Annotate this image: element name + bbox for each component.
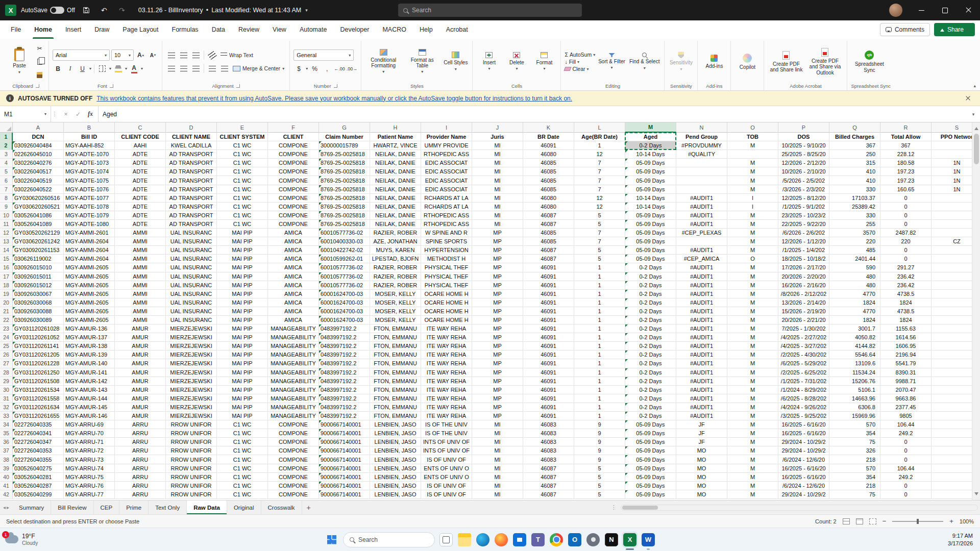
file-explorer-icon[interactable] <box>458 533 471 546</box>
cell-F29[interactable]: MANAGEABILITY <box>268 377 319 386</box>
cell-J36[interactable]: MI <box>472 438 523 446</box>
cell-F4[interactable]: COMPONE <box>268 159 319 167</box>
cell-I17[interactable]: PHYSICAL THEF <box>421 272 472 281</box>
cell-R29[interactable]: 9988.71 <box>880 377 932 386</box>
cell-J40[interactable]: MI <box>472 473 523 482</box>
cell-O19[interactable]: M <box>727 290 778 298</box>
cell-D32[interactable]: MIERZEJEWSKI <box>166 403 217 412</box>
cell-E33[interactable]: MAI PIP <box>217 412 268 420</box>
cell-C19[interactable]: AMMI <box>115 290 166 298</box>
cell-L23[interactable]: 1 <box>574 324 625 333</box>
cell-C18[interactable]: AMMI <box>115 281 166 290</box>
cell-R41[interactable]: 0 <box>880 482 932 490</box>
cell-C38[interactable]: ARRU <box>115 455 166 464</box>
cell-M30[interactable]: 0-2 Days <box>625 386 676 394</box>
cell-P23[interactable]: 7/2025 - 1/30/202 <box>778 324 829 333</box>
cell-G34[interactable]: 9000667140001 <box>319 420 370 429</box>
cell-Q31[interactable]: 14663.96 <box>829 394 880 403</box>
cell-J12[interactable]: MP <box>472 229 523 237</box>
cell-I26[interactable]: ITE WAY REHA <box>421 350 472 359</box>
cell-P39[interactable]: 16/2025 - 6/16/20 <box>778 464 829 473</box>
cell-B42[interactable]: MGY-ARRU-77 <box>64 490 115 499</box>
cell-L2[interactable]: 1 <box>574 141 625 150</box>
cell-H40[interactable]: LENBIEN, JASO <box>370 473 421 482</box>
borders-chevron-icon[interactable]: ▾ <box>109 66 111 71</box>
cell-K3[interactable]: 46080 <box>523 150 574 159</box>
cell-K12[interactable]: 46085 <box>523 229 574 237</box>
cell-P11[interactable]: 22/2025 - 9/22/20 <box>778 220 829 229</box>
cell-Q29[interactable]: 15206.76 <box>829 377 880 386</box>
cell-R10[interactable]: 0 <box>880 211 932 220</box>
italic-button[interactable]: I <box>65 63 76 74</box>
cell-H31[interactable]: FTON, EMMANU <box>370 394 421 403</box>
cell-L6[interactable]: 7 <box>574 176 625 185</box>
column-header-F[interactable]: F <box>268 122 319 133</box>
cell-H20[interactable]: MOSER, KELLY <box>370 298 421 307</box>
cell-D41[interactable]: RROW UNIFOR <box>166 482 217 490</box>
settings-icon[interactable] <box>586 533 600 546</box>
cell-K16[interactable]: 46091 <box>523 263 574 272</box>
cell-K25[interactable]: 46091 <box>523 342 574 350</box>
cell-M1[interactable]: Aged <box>625 133 676 141</box>
cell-O18[interactable]: M <box>727 281 778 290</box>
cell-M35[interactable]: 05-09 Days <box>625 429 676 438</box>
cell-H13[interactable]: AZE, JONATHAN <box>370 237 421 246</box>
cell-G7[interactable]: 8769-25-0025818 <box>319 185 370 194</box>
cell-K31[interactable]: 46091 <box>523 394 574 403</box>
cell-H12[interactable]: RAZIER, ROBER <box>370 229 421 237</box>
cell-M25[interactable]: 0-2 Days <box>625 342 676 350</box>
cell-A23[interactable]: GY031120261028 <box>13 324 64 333</box>
cell-C25[interactable]: AMUR <box>115 342 166 350</box>
cell-C31[interactable]: AMUR <box>115 394 166 403</box>
cell-E34[interactable]: C1 WC <box>217 420 268 429</box>
cell-C23[interactable]: AMUR <box>115 324 166 333</box>
cell-I30[interactable]: ITE WAY REHA <box>421 386 472 394</box>
cell-K29[interactable]: 46091 <box>523 377 574 386</box>
cell-A21[interactable]: 030926030088 <box>13 307 64 316</box>
cell-E42[interactable]: C1 WC <box>217 490 268 499</box>
cell-B35[interactable]: MGY-ARRU-70 <box>64 429 115 438</box>
cell-H36[interactable]: LENBIEN, JASO <box>370 438 421 446</box>
cell-M11[interactable]: 05-09 Days <box>625 220 676 229</box>
cell-B9[interactable]: MGY-ADTE-1078 <box>64 203 115 211</box>
cell-A38[interactable]: 022726040355 <box>13 455 64 464</box>
cell-O31[interactable]: M <box>727 394 778 403</box>
cell-I40[interactable]: ENTS OF UNIV O <box>421 473 472 482</box>
cell-O40[interactable]: M <box>727 473 778 482</box>
cell-S40[interactable] <box>932 473 972 482</box>
cell-B26[interactable]: MGY-AMUR-139 <box>64 350 115 359</box>
cell-J41[interactable]: MI <box>472 482 523 490</box>
cell-S30[interactable] <box>932 386 972 394</box>
cell-F35[interactable]: COMPONE <box>268 429 319 438</box>
cell-B24[interactable]: MGY-AMUR-137 <box>64 333 115 342</box>
cell-I36[interactable]: INTS OF UNIV OF <box>421 438 472 446</box>
cell-N8[interactable]: #AUDIT1 <box>676 194 727 203</box>
row-header-13[interactable]: 13 <box>0 237 13 246</box>
cell-I24[interactable]: ITE WAY REHA <box>421 333 472 342</box>
cell-C37[interactable]: ARRU <box>115 446 166 455</box>
cell-R38[interactable]: 0 <box>880 455 932 464</box>
cell-B15[interactable]: MGY-AMMI-2604 <box>64 255 115 263</box>
cell-D17[interactable]: UAL INSURANC <box>166 272 217 281</box>
cell-B3[interactable]: MGY-ADTE-1070 <box>64 150 115 159</box>
paste-button[interactable]: Paste ▾ <box>7 47 32 76</box>
cell-A22[interactable]: 030926030089 <box>13 316 64 324</box>
cell-P7[interactable]: /3/2026 - 2/3/202 <box>778 185 829 194</box>
cell-A42[interactable]: 030526040299 <box>13 490 64 499</box>
cell-C30[interactable]: AMUR <box>115 386 166 394</box>
cell-I39[interactable]: ENTS OF UNIV O <box>421 464 472 473</box>
cell-L38[interactable]: 9 <box>574 455 625 464</box>
cell-C17[interactable]: AMMI <box>115 272 166 281</box>
cell-G31[interactable]: 0483997192.2 <box>319 394 370 403</box>
row-header-40[interactable]: 40 <box>0 473 13 482</box>
delete-cells-button[interactable]: Delete ▾ <box>504 51 529 73</box>
cell-G11[interactable]: 8769-25-0025818 <box>319 220 370 229</box>
scroll-down-icon[interactable] <box>974 492 978 497</box>
cell-L16[interactable]: 1 <box>574 263 625 272</box>
cell-O11[interactable]: M <box>727 220 778 229</box>
align-left-button[interactable] <box>166 63 177 74</box>
cell-A41[interactable]: 030526040287 <box>13 482 64 490</box>
row-header-19[interactable]: 19 <box>0 290 13 298</box>
cell-O23[interactable]: M <box>727 324 778 333</box>
cell-B32[interactable]: MGY-AMUR-145 <box>64 403 115 412</box>
